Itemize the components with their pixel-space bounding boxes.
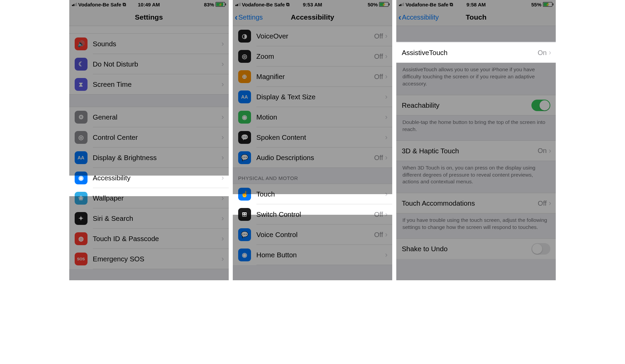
row-shaketoundo[interactable]: Shake to Undo bbox=[396, 238, 556, 259]
row-touchaccom[interactable]: Touch AccommodationsOff› bbox=[396, 193, 556, 213]
chevron-right-icon: › bbox=[222, 113, 229, 122]
gear-icon: ⚙ bbox=[75, 111, 88, 124]
status-bar: Vodafone-Be Safe ⧉ 10:49 AM 83% ⚡ bbox=[69, 0, 229, 9]
reachability-toggle[interactable] bbox=[531, 100, 550, 111]
switches-icon: ◎ bbox=[75, 131, 88, 144]
siri-icon: ✦ bbox=[75, 212, 88, 225]
row-displaytext[interactable]: AADisplay & Text Size› bbox=[233, 87, 392, 107]
home-icon: ◉ bbox=[238, 249, 251, 261]
battery-icon: ⚡ bbox=[543, 2, 553, 7]
carrier-label: Vodafone-Be Safe bbox=[242, 2, 285, 7]
signal-icon bbox=[72, 3, 77, 6]
chevron-right-icon: › bbox=[222, 214, 229, 223]
row-assistivetouch[interactable]: AssistiveTouchOn› bbox=[396, 42, 556, 63]
row-general[interactable]: ⚙General› bbox=[69, 107, 229, 127]
shake-toggle[interactable] bbox=[531, 243, 550, 255]
audiodesc-icon: 💬 bbox=[238, 151, 251, 164]
back-button[interactable]: ‹Settings bbox=[235, 9, 263, 26]
row-zoom[interactable]: ◎ZoomOff› bbox=[233, 46, 392, 67]
magnifier-icon: ⊕ bbox=[238, 70, 251, 83]
chevron-right-icon: › bbox=[385, 251, 392, 259]
textsize-icon: AA bbox=[238, 90, 251, 103]
footer-3dtouch: When 3D Touch is on, you can press on th… bbox=[396, 161, 556, 193]
zoom-icon: ◎ bbox=[238, 50, 251, 63]
chevron-right-icon: › bbox=[385, 72, 392, 81]
battery-icon: ⚡ bbox=[216, 2, 226, 7]
page-title: Touch bbox=[466, 13, 486, 21]
textsize-icon: AA bbox=[75, 151, 88, 164]
footer-touchaccom: If you have trouble using the touch scre… bbox=[396, 213, 556, 238]
chevron-right-icon: › bbox=[222, 40, 229, 48]
row-reachability[interactable]: Reachability bbox=[396, 95, 556, 115]
hourglass-icon: ⧗ bbox=[75, 78, 88, 91]
chevron-right-icon: › bbox=[222, 255, 229, 263]
touch-icon: ☝ bbox=[238, 188, 251, 201]
status-time: 10:49 AM bbox=[138, 2, 160, 7]
battery-pct: 83% bbox=[204, 2, 214, 7]
row-siri[interactable]: ✦Siri & Search› bbox=[69, 208, 229, 229]
signal-icon bbox=[235, 3, 241, 6]
row-touchid[interactable]: ◍Touch ID & Passcode› bbox=[69, 229, 229, 249]
battery-pct: 55% bbox=[531, 2, 541, 7]
row-switchcontrol[interactable]: ⊞Switch ControlOff› bbox=[233, 204, 392, 225]
row-voicecontrol[interactable]: 💬Voice ControlOff› bbox=[233, 225, 392, 245]
settings-list: 🔊Sounds› ☾Do Not Disturb› ⧗Screen Time› … bbox=[69, 26, 229, 269]
speech-icon: 💬 bbox=[238, 131, 251, 144]
chevron-left-icon: ‹ bbox=[235, 12, 238, 23]
carrier-label: Vodafone-Be Safe bbox=[405, 2, 448, 7]
chevron-right-icon: › bbox=[222, 60, 229, 69]
sos-icon: SOS bbox=[75, 253, 88, 265]
battery-icon: ⚡ bbox=[379, 2, 390, 7]
row-touch[interactable]: ☝Touch› bbox=[233, 184, 392, 204]
row-magnifier[interactable]: ⊕MagnifierOff› bbox=[233, 67, 392, 87]
row-wallpaper[interactable]: ❀Wallpaper› bbox=[69, 188, 229, 208]
row-sos[interactable]: SOSEmergency SOS› bbox=[69, 249, 229, 269]
chevron-right-icon: › bbox=[549, 48, 556, 57]
sounds-icon: 🔊 bbox=[75, 37, 88, 50]
status-bar: Vodafone-Be Safe ⧉ 9:58 AM 55% ⚡ bbox=[396, 0, 556, 9]
chevron-right-icon: › bbox=[549, 147, 556, 155]
chevron-right-icon: › bbox=[385, 190, 392, 199]
row-accessibility[interactable]: ◉Accessibility› bbox=[69, 168, 229, 188]
row-motion[interactable]: ◉Motion› bbox=[233, 107, 392, 127]
chevron-left-icon: ‹ bbox=[398, 12, 401, 23]
voiceover-icon: ◑ bbox=[238, 30, 251, 43]
chevron-right-icon: › bbox=[385, 32, 392, 41]
chevron-right-icon: › bbox=[385, 113, 392, 122]
row-3dtouch[interactable]: 3D & Haptic TouchOn› bbox=[396, 140, 556, 161]
row-controlcenter[interactable]: ◎Control Center› bbox=[69, 127, 229, 148]
flower-icon: ❀ bbox=[75, 192, 88, 205]
nav-bar: ‹Accessibility Touch bbox=[396, 9, 556, 26]
status-time: 9:53 AM bbox=[303, 2, 322, 7]
row-voiceover[interactable]: ◑VoiceOverOff› bbox=[233, 26, 392, 46]
touch-list: AssistiveTouchOn› AssistiveTouch allows … bbox=[396, 26, 556, 259]
wifi-icon: ⧉ bbox=[450, 2, 453, 7]
wifi-icon: ⧉ bbox=[286, 2, 290, 7]
panel-touch: Vodafone-Be Safe ⧉ 9:58 AM 55% ⚡ ‹Access… bbox=[396, 0, 556, 280]
row-screentime[interactable]: ⧗Screen Time› bbox=[69, 74, 229, 95]
nav-bar: ‹Settings Accessibility bbox=[233, 9, 392, 26]
nav-bar: Settings bbox=[69, 9, 229, 26]
row-homebutton[interactable]: ◉Home Button› bbox=[233, 245, 392, 265]
chevron-right-icon: › bbox=[222, 194, 229, 203]
chevron-right-icon: › bbox=[385, 133, 392, 142]
row-display[interactable]: AADisplay & Brightness› bbox=[69, 148, 229, 168]
chevron-right-icon: › bbox=[222, 174, 229, 182]
signal-icon bbox=[399, 3, 404, 6]
accessibility-icon: ◉ bbox=[75, 172, 88, 184]
back-button[interactable]: ‹Accessibility bbox=[398, 9, 439, 26]
footer-reachability: Double-tap the home button to bring the … bbox=[396, 115, 556, 140]
row-audiodesc[interactable]: 💬Audio DescriptionsOff› bbox=[233, 148, 392, 168]
wifi-icon: ⧉ bbox=[123, 2, 126, 7]
chevron-right-icon: › bbox=[222, 153, 229, 162]
chevron-right-icon: › bbox=[222, 234, 229, 243]
status-bar: Vodafone-Be Safe ⧉ 9:53 AM 50% ⚡ bbox=[233, 0, 392, 9]
chevron-right-icon: › bbox=[385, 230, 392, 239]
row-spoken[interactable]: 💬Spoken Content› bbox=[233, 127, 392, 148]
chevron-right-icon: › bbox=[222, 80, 229, 89]
voice-icon: 💬 bbox=[238, 228, 251, 241]
footer-assistivetouch: AssistiveTouch allows you to use your iP… bbox=[396, 63, 556, 95]
row-dnd[interactable]: ☾Do Not Disturb› bbox=[69, 54, 229, 74]
chevron-right-icon: › bbox=[385, 153, 392, 162]
row-sounds[interactable]: 🔊Sounds› bbox=[69, 34, 229, 54]
